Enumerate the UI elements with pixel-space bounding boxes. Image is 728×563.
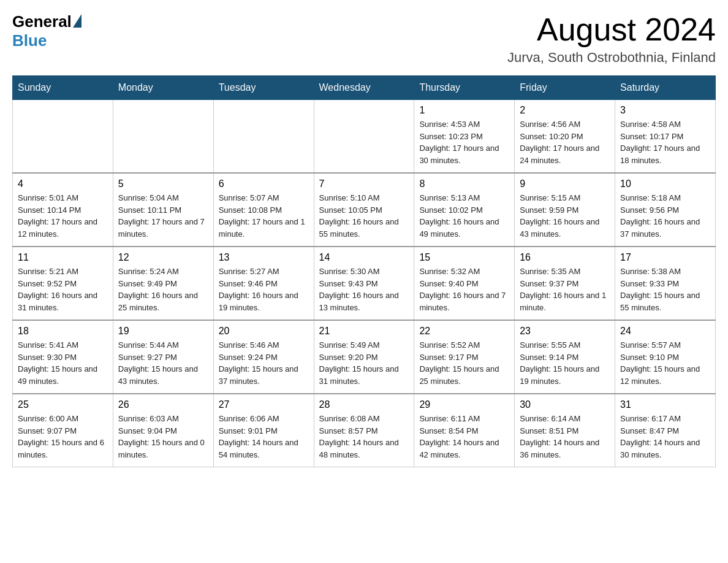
calendar-cell: 15Sunrise: 5:32 AMSunset: 9:40 PMDayligh… <box>414 247 515 320</box>
logo: General Blue <box>12 12 82 50</box>
day-info: Sunrise: 5:38 AMSunset: 9:33 PMDaylight:… <box>620 266 710 313</box>
day-number: 29 <box>419 399 509 410</box>
month-title: August 2024 <box>507 12 716 47</box>
day-info: Sunrise: 6:03 AMSunset: 9:04 PMDaylight:… <box>118 413 208 461</box>
day-info: Sunrise: 5:30 AMSunset: 9:43 PMDaylight:… <box>319 266 409 313</box>
day-number: 20 <box>219 326 309 337</box>
day-number: 21 <box>319 326 409 337</box>
day-info: Sunrise: 5:57 AMSunset: 9:10 PMDaylight:… <box>620 339 710 387</box>
col-header-thursday: Thursday <box>414 76 515 100</box>
calendar-cell: 1Sunrise: 4:53 AMSunset: 10:23 PMDayligh… <box>414 100 515 174</box>
day-info: Sunrise: 5:55 AMSunset: 9:14 PMDaylight:… <box>520 339 610 387</box>
col-header-wednesday: Wednesday <box>314 76 414 100</box>
calendar-cell: 14Sunrise: 5:30 AMSunset: 9:43 PMDayligh… <box>314 247 414 320</box>
day-number: 26 <box>118 399 208 410</box>
day-info: Sunrise: 5:07 AMSunset: 10:08 PMDaylight… <box>219 192 309 240</box>
calendar-cell <box>13 100 113 174</box>
day-number: 5 <box>118 178 208 190</box>
day-number: 2 <box>520 105 610 116</box>
day-number: 9 <box>520 178 610 190</box>
day-info: Sunrise: 4:56 AMSunset: 10:20 PMDaylight… <box>520 118 610 166</box>
title-section: August 2024 Jurva, South Ostrobothnia, F… <box>507 12 716 66</box>
day-number: 7 <box>319 178 409 190</box>
day-info: Sunrise: 5:46 AMSunset: 9:24 PMDaylight:… <box>219 339 309 387</box>
calendar-cell: 6Sunrise: 5:07 AMSunset: 10:08 PMDayligh… <box>213 173 314 247</box>
week-row-4: 18Sunrise: 5:41 AMSunset: 9:30 PMDayligh… <box>13 320 716 394</box>
calendar-cell: 16Sunrise: 5:35 AMSunset: 9:37 PMDayligh… <box>515 247 615 320</box>
day-info: Sunrise: 5:49 AMSunset: 9:20 PMDaylight:… <box>319 339 409 387</box>
day-info: Sunrise: 5:44 AMSunset: 9:27 PMDaylight:… <box>118 339 208 387</box>
calendar-cell: 11Sunrise: 5:21 AMSunset: 9:52 PMDayligh… <box>13 247 113 320</box>
col-header-monday: Monday <box>113 76 213 100</box>
logo-triangle-icon <box>73 14 82 28</box>
day-number: 13 <box>219 252 309 263</box>
col-header-saturday: Saturday <box>615 76 716 100</box>
col-header-tuesday: Tuesday <box>213 76 314 100</box>
day-number: 19 <box>118 326 208 337</box>
day-info: Sunrise: 6:08 AMSunset: 8:57 PMDaylight:… <box>319 413 409 461</box>
day-number: 23 <box>520 326 610 337</box>
logo-blue-text: Blue <box>12 31 47 50</box>
calendar-table: SundayMondayTuesdayWednesdayThursdayFrid… <box>12 75 716 467</box>
day-info: Sunrise: 5:01 AMSunset: 10:14 PMDaylight… <box>18 192 108 240</box>
day-info: Sunrise: 5:41 AMSunset: 9:30 PMDaylight:… <box>18 339 108 387</box>
calendar-cell: 23Sunrise: 5:55 AMSunset: 9:14 PMDayligh… <box>515 320 615 394</box>
day-number: 22 <box>419 326 509 337</box>
calendar-cell: 22Sunrise: 5:52 AMSunset: 9:17 PMDayligh… <box>414 320 515 394</box>
calendar-cell: 13Sunrise: 5:27 AMSunset: 9:46 PMDayligh… <box>213 247 314 320</box>
page-header: General Blue August 2024 Jurva, South Os… <box>12 12 716 66</box>
col-header-friday: Friday <box>515 76 615 100</box>
calendar-cell: 7Sunrise: 5:10 AMSunset: 10:05 PMDayligh… <box>314 173 414 247</box>
day-number: 31 <box>620 399 710 410</box>
day-number: 28 <box>319 399 409 410</box>
calendar-cell: 12Sunrise: 5:24 AMSunset: 9:49 PMDayligh… <box>113 247 213 320</box>
day-info: Sunrise: 5:10 AMSunset: 10:05 PMDaylight… <box>319 192 409 240</box>
day-info: Sunrise: 4:53 AMSunset: 10:23 PMDaylight… <box>419 118 509 166</box>
day-info: Sunrise: 5:32 AMSunset: 9:40 PMDaylight:… <box>419 266 509 313</box>
day-number: 3 <box>620 105 710 116</box>
day-number: 27 <box>219 399 309 410</box>
day-info: Sunrise: 5:52 AMSunset: 9:17 PMDaylight:… <box>419 339 509 387</box>
day-info: Sunrise: 5:18 AMSunset: 9:56 PMDaylight:… <box>620 192 710 240</box>
day-number: 4 <box>18 178 108 190</box>
week-row-5: 25Sunrise: 6:00 AMSunset: 9:07 PMDayligh… <box>13 394 716 467</box>
day-info: Sunrise: 6:06 AMSunset: 9:01 PMDaylight:… <box>219 413 309 461</box>
day-info: Sunrise: 5:04 AMSunset: 10:11 PMDaylight… <box>118 192 208 240</box>
day-info: Sunrise: 6:14 AMSunset: 8:51 PMDaylight:… <box>520 413 610 461</box>
calendar-cell: 30Sunrise: 6:14 AMSunset: 8:51 PMDayligh… <box>515 394 615 467</box>
day-number: 8 <box>419 178 509 190</box>
day-number: 18 <box>18 326 108 337</box>
calendar-cell: 8Sunrise: 5:13 AMSunset: 10:02 PMDayligh… <box>414 173 515 247</box>
logo-general-text: General <box>12 12 72 31</box>
calendar-cell: 26Sunrise: 6:03 AMSunset: 9:04 PMDayligh… <box>113 394 213 467</box>
day-number: 24 <box>620 326 710 337</box>
day-number: 12 <box>118 252 208 263</box>
calendar-cell <box>213 100 314 174</box>
calendar-cell: 9Sunrise: 5:15 AMSunset: 9:59 PMDaylight… <box>515 173 615 247</box>
day-info: Sunrise: 5:13 AMSunset: 10:02 PMDaylight… <box>419 192 509 240</box>
day-info: Sunrise: 5:15 AMSunset: 9:59 PMDaylight:… <box>520 192 610 240</box>
day-number: 11 <box>18 252 108 263</box>
day-info: Sunrise: 5:24 AMSunset: 9:49 PMDaylight:… <box>118 266 208 313</box>
calendar-cell: 5Sunrise: 5:04 AMSunset: 10:11 PMDayligh… <box>113 173 213 247</box>
week-row-2: 4Sunrise: 5:01 AMSunset: 10:14 PMDayligh… <box>13 173 716 247</box>
day-info: Sunrise: 5:21 AMSunset: 9:52 PMDaylight:… <box>18 266 108 313</box>
day-number: 15 <box>419 252 509 263</box>
calendar-cell: 10Sunrise: 5:18 AMSunset: 9:56 PMDayligh… <box>615 173 716 247</box>
location-title: Jurva, South Ostrobothnia, Finland <box>507 50 716 66</box>
calendar-cell: 31Sunrise: 6:17 AMSunset: 8:47 PMDayligh… <box>615 394 716 467</box>
calendar-cell: 17Sunrise: 5:38 AMSunset: 9:33 PMDayligh… <box>615 247 716 320</box>
calendar-cell <box>113 100 213 174</box>
day-info: Sunrise: 6:11 AMSunset: 8:54 PMDaylight:… <box>419 413 509 461</box>
day-info: Sunrise: 5:27 AMSunset: 9:46 PMDaylight:… <box>219 266 309 313</box>
calendar-cell <box>314 100 414 174</box>
calendar-cell: 4Sunrise: 5:01 AMSunset: 10:14 PMDayligh… <box>13 173 113 247</box>
calendar-cell: 21Sunrise: 5:49 AMSunset: 9:20 PMDayligh… <box>314 320 414 394</box>
week-row-1: 1Sunrise: 4:53 AMSunset: 10:23 PMDayligh… <box>13 100 716 174</box>
calendar-cell: 18Sunrise: 5:41 AMSunset: 9:30 PMDayligh… <box>13 320 113 394</box>
calendar-cell: 25Sunrise: 6:00 AMSunset: 9:07 PMDayligh… <box>13 394 113 467</box>
calendar-cell: 24Sunrise: 5:57 AMSunset: 9:10 PMDayligh… <box>615 320 716 394</box>
day-number: 25 <box>18 399 108 410</box>
day-info: Sunrise: 6:17 AMSunset: 8:47 PMDaylight:… <box>620 413 710 461</box>
col-header-sunday: Sunday <box>13 76 113 100</box>
